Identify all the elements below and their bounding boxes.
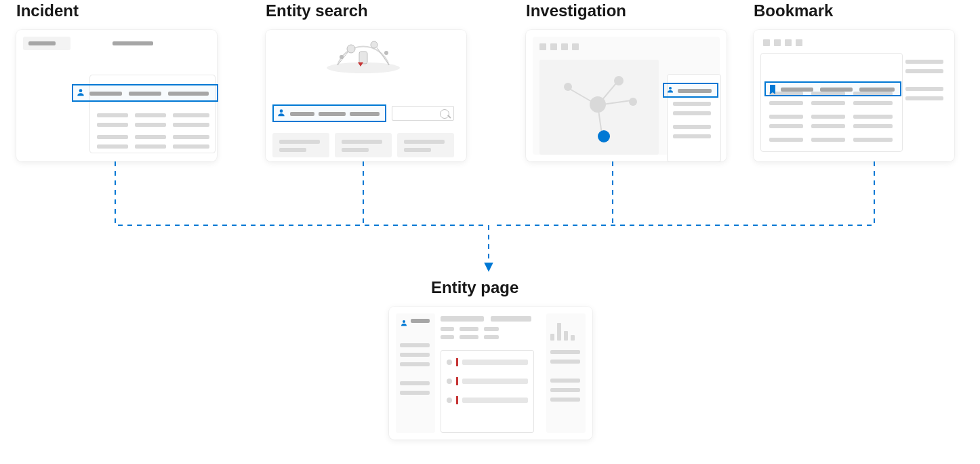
card-investigation xyxy=(526,30,727,161)
window-controls-placeholder xyxy=(763,39,802,46)
svg-point-10 xyxy=(669,87,672,90)
user-icon xyxy=(76,88,85,97)
result-tile-placeholder xyxy=(335,133,392,157)
card-entity-page xyxy=(389,307,592,440)
entity-page-left-col xyxy=(396,313,435,433)
mini-bar-chart-icon xyxy=(550,317,581,341)
user-icon xyxy=(666,85,674,94)
entity-search-query-highlight xyxy=(272,104,386,122)
incident-header-text-placeholder xyxy=(113,41,153,45)
card-incident xyxy=(16,30,217,161)
label-investigation: Investigation xyxy=(526,1,626,20)
user-icon xyxy=(400,317,408,330)
svg-line-6 xyxy=(377,47,389,65)
investigation-graph xyxy=(539,60,659,155)
card-bookmark xyxy=(754,30,954,161)
label-entity-search: Entity search xyxy=(266,1,368,20)
bookmark-list-panel xyxy=(760,53,903,152)
svg-point-8 xyxy=(340,55,344,59)
entity-page-alert-list xyxy=(441,350,534,433)
selected-node xyxy=(598,130,610,142)
svg-point-3 xyxy=(371,41,377,48)
entity-page-right-col xyxy=(546,313,586,433)
result-tile-placeholder xyxy=(397,133,454,157)
svg-rect-4 xyxy=(359,52,367,64)
svg-point-11 xyxy=(403,320,405,323)
bookmark-icon xyxy=(769,85,777,97)
user-icon xyxy=(277,108,286,117)
label-incident: Incident xyxy=(16,1,79,20)
label-entity-page: Entity page xyxy=(431,278,518,297)
bookmark-side-panel xyxy=(905,53,947,152)
investigation-entity-highlight xyxy=(663,83,718,98)
window-controls-placeholder xyxy=(539,43,579,50)
card-entity-search xyxy=(266,30,466,161)
diagram-root: Incident Entity search Investigation Boo… xyxy=(0,0,980,464)
search-field-placeholder xyxy=(392,106,454,121)
entity-search-illustration xyxy=(324,35,403,73)
entity-page-main-col xyxy=(441,313,534,433)
incident-sidebar-placeholder xyxy=(23,37,70,50)
bookmark-entity-highlight xyxy=(764,81,901,96)
svg-point-9 xyxy=(280,109,283,113)
svg-point-0 xyxy=(79,89,83,92)
result-tile-placeholder xyxy=(272,133,329,157)
svg-point-7 xyxy=(384,51,388,55)
label-bookmark: Bookmark xyxy=(754,1,833,20)
incident-entity-highlight xyxy=(72,84,218,102)
